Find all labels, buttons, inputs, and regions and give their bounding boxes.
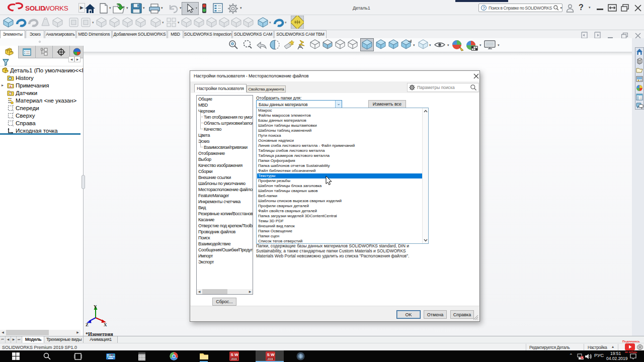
svg-text:SOLID: SOLID <box>25 5 45 12</box>
svg-text:WORKS: WORKS <box>43 5 68 12</box>
svg-text:2019: 2019 <box>231 357 236 360</box>
svg-text:X: X <box>104 322 107 327</box>
svg-text:Y: Y <box>94 305 97 309</box>
svg-text:W: W <box>234 352 238 357</box>
svg-text:2019: 2019 <box>267 357 273 360</box>
svg-text:A: A <box>10 85 12 88</box>
svg-text:Z: Z <box>86 322 89 327</box>
svg-text:W: W <box>271 352 275 357</box>
svg-text:S: S <box>267 352 270 357</box>
svg-text:S: S <box>230 352 233 357</box>
